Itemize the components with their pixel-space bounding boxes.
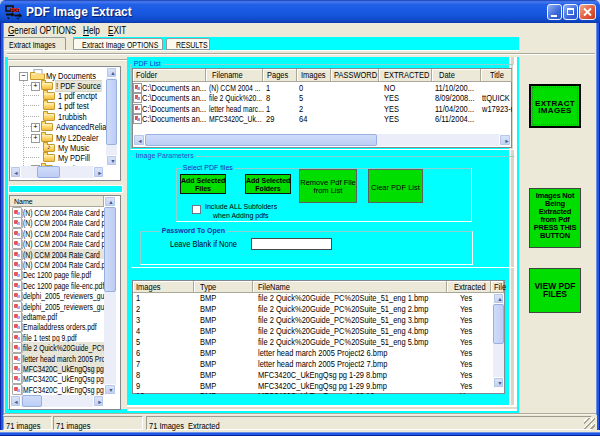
svg-text:PDF: PDF — [10, 8, 19, 13]
